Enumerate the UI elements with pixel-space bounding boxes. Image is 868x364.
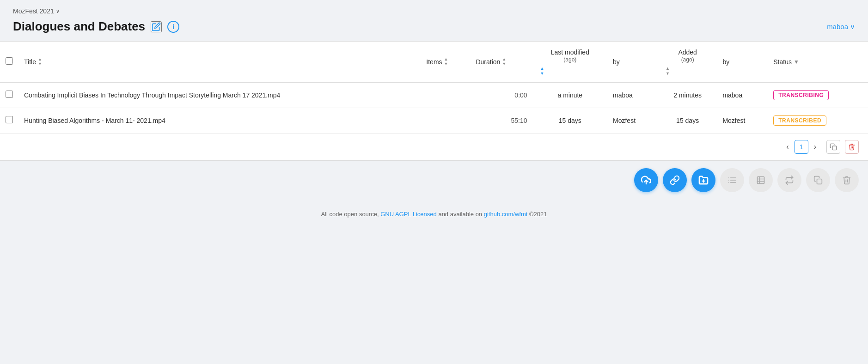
- next-page-button[interactable]: ›: [811, 141, 819, 152]
- items-table: Title ▲ ▼ Items ▲ ▼: [0, 42, 868, 133]
- upload-button[interactable]: [634, 168, 658, 192]
- added-header: Added (ago) ▲ ▼: [658, 42, 717, 82]
- footer: All code open source, GNU AGPL Licensed …: [0, 200, 868, 229]
- last-modified-header: Last modified (ago) ▲ ▼: [533, 42, 607, 82]
- row-title: Combating Implicit Biases In Technology …: [18, 82, 421, 108]
- transfer-button[interactable]: [777, 168, 801, 192]
- row-title: Hunting Biased Algorithms - March 11- 20…: [18, 108, 421, 133]
- status-filter-icon[interactable]: ▼: [794, 59, 799, 65]
- folder-button[interactable]: [691, 168, 715, 192]
- title-sort[interactable]: ▲ ▼: [38, 57, 42, 66]
- copy-selected-button[interactable]: [826, 140, 840, 154]
- username-label: maboa: [827, 23, 848, 30]
- info-button[interactable]: i: [167, 21, 179, 33]
- svg-rect-14: [817, 179, 822, 184]
- row-last-modified: 15 days: [533, 108, 607, 133]
- list-view-button[interactable]: [720, 168, 744, 192]
- row-status: TRANSCRIBED: [768, 108, 868, 133]
- svg-rect-10: [758, 176, 764, 183]
- row-checkbox-cell: [0, 108, 18, 133]
- breadcrumb-chevron: ∨: [56, 8, 60, 14]
- pagination-area: ‹ 1 ›: [0, 133, 868, 160]
- row-last-modified: a minute: [533, 82, 607, 108]
- last-modified-by-header: by: [607, 42, 658, 82]
- row-items: [421, 82, 470, 108]
- delete-button[interactable]: [835, 168, 859, 192]
- svg-rect-0: [832, 146, 837, 150]
- page-title: Dialogues and Debates: [13, 19, 145, 34]
- row-added: 15 days: [658, 108, 717, 133]
- breadcrumb-text: MozFest 2021: [13, 7, 54, 15]
- row-last-modified-by: Mozfest: [607, 108, 658, 133]
- row-duration: 55:10: [470, 108, 532, 133]
- user-menu[interactable]: maboa ∨: [827, 23, 855, 31]
- table-row: Hunting Biased Algorithms - March 11- 20…: [0, 108, 868, 133]
- row-checkbox-cell: [0, 82, 18, 108]
- status-badge: TRANSCRIBED: [773, 115, 826, 126]
- row-checkbox[interactable]: [6, 91, 13, 98]
- main-content: Title ▲ ▼ Items ▲ ▼: [0, 41, 868, 161]
- status-badge: TRANSCRIBING: [773, 90, 829, 100]
- row-status: TRANSCRIBING: [768, 82, 868, 108]
- row-items: [421, 108, 470, 133]
- items-header: Items ▲ ▼: [421, 42, 470, 82]
- title-header: Title ▲ ▼: [18, 42, 421, 82]
- added-by-header: by: [717, 42, 768, 82]
- table-row: Combating Implicit Biases In Technology …: [0, 82, 868, 108]
- row-added-by: Mozfest: [717, 108, 768, 133]
- duration-sort[interactable]: ▲ ▼: [502, 57, 506, 66]
- table-view-button[interactable]: [749, 168, 773, 192]
- footer-text-before: All code open source,: [321, 211, 379, 218]
- duplicate-button[interactable]: [806, 168, 830, 192]
- row-last-modified-by: maboa: [607, 82, 658, 108]
- duration-header: Duration ▲ ▼: [470, 42, 532, 82]
- select-all-header: [0, 42, 18, 82]
- status-header: Status ▼: [768, 42, 868, 82]
- row-duration: 0:00: [470, 82, 532, 108]
- row-added: 2 minutes: [658, 82, 717, 108]
- select-all-checkbox[interactable]: [6, 57, 13, 65]
- row-checkbox[interactable]: [6, 116, 13, 123]
- page-1-button[interactable]: 1: [795, 140, 808, 154]
- license-link[interactable]: GNU AGPL Licensed: [380, 211, 437, 218]
- action-buttons-area: [0, 161, 868, 200]
- row-added-by: maboa: [717, 82, 768, 108]
- added-sort[interactable]: ▲ ▼: [666, 66, 670, 76]
- prev-page-button[interactable]: ‹: [783, 141, 791, 152]
- last-modified-sort[interactable]: ▲ ▼: [540, 66, 544, 76]
- footer-copyright: ©2021: [529, 211, 547, 218]
- link-button[interactable]: [663, 168, 687, 192]
- edit-title-button[interactable]: [151, 21, 162, 32]
- breadcrumb[interactable]: MozFest 2021 ∨: [13, 7, 855, 15]
- footer-text-middle: and available on: [438, 211, 482, 218]
- delete-selected-button[interactable]: [845, 140, 859, 154]
- repo-link[interactable]: github.com/wfmt: [484, 211, 528, 218]
- items-sort[interactable]: ▲ ▼: [444, 57, 448, 66]
- user-chevron: ∨: [850, 23, 855, 31]
